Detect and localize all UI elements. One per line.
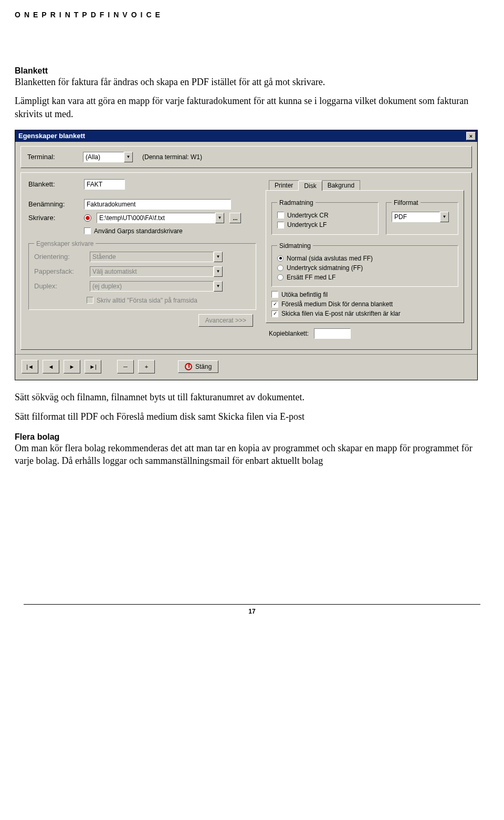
checkbox-checked-icon: ✓ xyxy=(271,301,278,308)
duplex-dropdown: (ej duplex) ▼ xyxy=(90,281,223,292)
skrivare-dropdown[interactable]: E:\temp\UT\000\FA\f.txt ▼ xyxy=(97,213,224,223)
sidmatning-group: Sidmatning Normal (sida avslutas med FF)… xyxy=(271,242,458,287)
radio-icon xyxy=(277,255,284,262)
terminal-value: (Alla) xyxy=(83,152,124,162)
checkbox-icon xyxy=(277,222,284,229)
filformat-value: PDF xyxy=(392,212,440,222)
undertryck-lf-label: Undertryck LF xyxy=(287,221,327,229)
browse-button[interactable]: ... xyxy=(229,213,241,223)
undertryck-lf-checkbox[interactable]: Undertryck LF xyxy=(277,221,327,229)
dialog-titlebar: Egenskaper blankett × xyxy=(15,130,477,142)
tab-content-disk: Radmatning Undertryck CR Undertryck LF xyxy=(266,190,464,324)
utoka-checkbox[interactable]: Utöka befintlig fil xyxy=(271,291,328,298)
printer-status-icon xyxy=(84,214,91,222)
checkbox-checked-icon: ✓ xyxy=(271,310,278,317)
egenskaper-skrivare-group: Egenskaper skrivare Orientering: Stående… xyxy=(28,240,256,310)
para-after-2: Sätt filformat till PDF och Föreslå medi… xyxy=(15,410,489,423)
nav-first-button[interactable]: |◄ xyxy=(22,360,38,373)
para-blankett-2: Lämpligt kan vara att göra en mapp för v… xyxy=(15,95,489,120)
nav-prev-button[interactable]: ◄ xyxy=(43,360,59,373)
nav-plus-button[interactable]: + xyxy=(138,360,155,373)
sidmatning-undertryck-label: Undertryck sidmatning (FF) xyxy=(287,264,363,272)
checkbox-icon xyxy=(277,212,284,219)
pappersfack-dropdown: Välj automatiskt ▼ xyxy=(90,266,223,277)
radio-icon xyxy=(277,265,284,271)
chevron-down-icon[interactable]: ▼ xyxy=(124,152,133,162)
sidmatning-undertryck-radio[interactable]: Undertryck sidmatning (FF) xyxy=(277,264,363,272)
para-blankett-1: Blanketten för faktura får ändras och sk… xyxy=(15,76,489,88)
skicka-label: Skicka filen via E-post när utskriften ä… xyxy=(281,310,401,317)
terminal-row: Terminal: (Alla) ▼ (Denna terminal: W1) xyxy=(27,152,465,162)
terminal-dropdown[interactable]: (Alla) ▼ xyxy=(83,152,133,162)
chevron-down-icon[interactable]: ▼ xyxy=(215,213,224,223)
heading-blankett: Blankett xyxy=(15,66,489,76)
anvand-standard-label: Använd Garps standardskrivare xyxy=(94,227,183,235)
radio-icon xyxy=(277,274,284,281)
close-button[interactable]: × xyxy=(466,132,476,140)
avancerat-button: Avancerat >>> xyxy=(198,314,253,327)
utoka-label: Utöka befintlig fil xyxy=(281,291,328,298)
kopieblankett-label: Kopieblankett: xyxy=(269,330,309,337)
blankett-value[interactable]: FAKT xyxy=(84,179,125,190)
tab-disk[interactable]: Disk xyxy=(298,181,322,191)
sidmatning-legend: Sidmatning xyxy=(277,242,313,250)
stang-button[interactable]: Stäng xyxy=(178,360,218,373)
foresla-checkbox[interactable]: ✓ Föreslå medium Disk för denna blankett xyxy=(271,300,393,308)
sidmatning-normal-radio[interactable]: Normal (sida avslutas med FF) xyxy=(277,255,373,262)
duplex-value: (ej duplex) xyxy=(90,281,214,292)
sidmatning-normal-label: Normal (sida avslutas med FF) xyxy=(287,255,373,262)
checkbox-icon xyxy=(271,291,278,298)
tab-bakgrund[interactable]: Bakgrund xyxy=(322,180,360,190)
chevron-down-icon[interactable]: ▼ xyxy=(440,212,449,222)
page-number: 17 xyxy=(24,604,480,615)
chevron-down-icon: ▼ xyxy=(214,252,223,262)
undertryck-cr-checkbox[interactable]: Undertryck CR xyxy=(277,212,329,219)
egenskaper-skrivare-legend: Egenskaper skrivare xyxy=(34,240,96,247)
power-icon xyxy=(185,363,192,370)
heading-flera-bolag: Flera bolag xyxy=(15,432,489,442)
filformat-dropdown[interactable]: PDF ▼ xyxy=(392,212,449,222)
skriv-alltid-label: Skriv alltid "Första sida" på framsida xyxy=(97,297,197,304)
skrivare-value: E:\temp\UT\000\FA\f.txt xyxy=(97,213,215,223)
checkbox-icon xyxy=(87,297,93,304)
chevron-down-icon: ▼ xyxy=(214,266,223,277)
orientering-value: Stående xyxy=(90,252,214,262)
radmatning-group: Radmatning Undertryck CR Undertryck LF xyxy=(271,199,379,235)
skriv-alltid-checkbox: Skriv alltid "Första sida" på framsida xyxy=(87,297,197,304)
tab-printer[interactable]: Printer xyxy=(269,180,299,190)
undertryck-cr-label: Undertryck CR xyxy=(287,212,329,219)
nav-minus-button[interactable]: ─ xyxy=(117,360,134,373)
orientering-dropdown: Stående ▼ xyxy=(90,252,223,262)
benamning-label: Benämning: xyxy=(28,200,79,208)
terminal-label: Terminal: xyxy=(27,153,78,161)
dialog-title: Egenskaper blankett xyxy=(18,132,85,140)
checkbox-icon xyxy=(84,227,91,234)
pappersfack-value: Välj automatiskt xyxy=(90,266,214,277)
pappersfack-label: Pappersfack: xyxy=(34,267,85,275)
nav-play-button[interactable]: ► xyxy=(64,360,80,373)
duplex-label: Duplex: xyxy=(34,282,85,290)
chevron-down-icon: ▼ xyxy=(214,281,223,292)
blankett-label: Blankett: xyxy=(28,180,79,188)
dialog-egenskaper-blankett: Egenskaper blankett × Terminal: (Alla) ▼… xyxy=(15,130,478,381)
sidmatning-ersatt-radio[interactable]: Ersätt FF med LF xyxy=(277,274,335,281)
sidmatning-ersatt-label: Ersätt FF med LF xyxy=(287,274,335,281)
filformat-group: Filformat PDF ▼ xyxy=(386,199,458,235)
anvand-standard-checkbox[interactable]: Använd Garps standardskrivare xyxy=(84,227,183,235)
page-header: ONEPRINTPDFINVOICE xyxy=(15,11,489,19)
skrivare-label: Skrivare: xyxy=(28,214,79,222)
stang-label: Stäng xyxy=(195,363,212,370)
radmatning-legend: Radmatning xyxy=(277,199,316,206)
orientering-label: Orientering: xyxy=(34,253,85,261)
page-footer: 17 xyxy=(15,604,489,615)
dialog-toolbar: |◄ ◄ ► ►| ─ + Stäng xyxy=(15,354,477,380)
filformat-legend: Filformat xyxy=(392,199,421,206)
terminal-note: (Denna terminal: W1) xyxy=(142,153,202,161)
kopieblankett-field[interactable] xyxy=(314,328,351,339)
para-flera-bolag: Om man kör flera bolag rekommenderas det… xyxy=(15,442,489,468)
nav-next-button[interactable]: ►| xyxy=(85,360,101,373)
skicka-checkbox[interactable]: ✓ Skicka filen via E-post när utskriften… xyxy=(271,310,401,317)
benamning-value[interactable]: Fakturadokument xyxy=(84,199,231,210)
tab-strip: Printer Disk Bakgrund xyxy=(269,180,464,190)
para-after-1: Sätt sökväg och filnamn, filnamnet byts … xyxy=(15,391,489,403)
